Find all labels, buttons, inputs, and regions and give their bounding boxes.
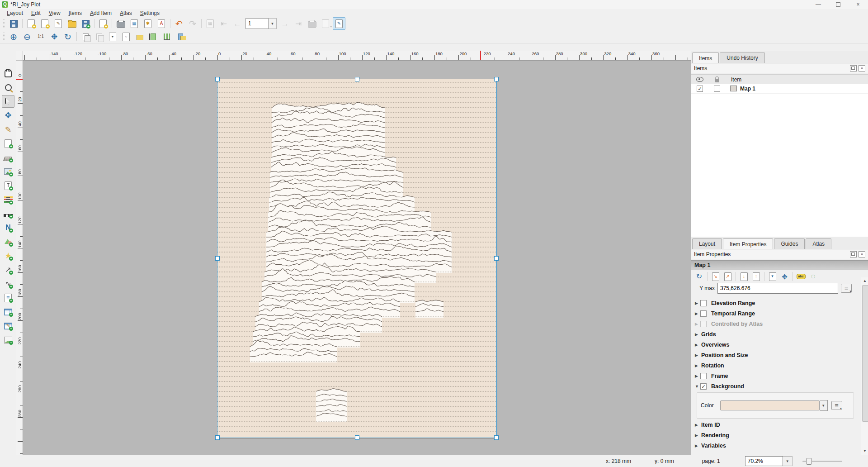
close-panel-icon[interactable]: ×: [859, 251, 865, 257]
print-layout[interactable]: [114, 17, 127, 30]
section-rendering[interactable]: ▶Rendering: [695, 431, 861, 440]
add-arrow[interactable]: ↗+: [2, 263, 14, 276]
menu-layout[interactable]: Layout: [3, 10, 27, 17]
section-checkbox-elevation-range[interactable]: [700, 300, 707, 306]
set-map-extent-to-canvas[interactable]: ↘: [710, 271, 721, 282]
expand-triangle-icon[interactable]: ▶: [695, 374, 700, 378]
add-legend[interactable]: +: [2, 193, 14, 206]
align-selected-items[interactable]: [147, 30, 160, 43]
selection-handle[interactable]: [494, 256, 499, 261]
distribute-items[interactable]: [160, 30, 173, 43]
add-html[interactable]: ≣+: [2, 291, 14, 304]
atlas-page-dropdown-icon[interactable]: ▼: [269, 18, 277, 29]
menu-items[interactable]: Items: [65, 10, 86, 17]
unlock-all-items[interactable]: ○: [120, 30, 132, 43]
first-feature[interactable]: ⇤: [217, 17, 230, 30]
expand-triangle-icon[interactable]: ▶: [695, 301, 700, 305]
close-panel-icon[interactable]: ×: [859, 65, 865, 71]
map1-lock-checkbox[interactable]: [714, 86, 720, 92]
atlas-settings[interactable]: ✎: [333, 17, 345, 30]
tab-layout[interactable]: Layout: [692, 238, 722, 249]
section-frame[interactable]: ▶Frame: [695, 372, 861, 381]
expand-triangle-icon[interactable]: ▶: [695, 363, 700, 368]
background-color-swatch[interactable]: [720, 400, 820, 410]
zoom-dropdown-icon[interactable]: ▼: [783, 456, 793, 466]
zoom-tool[interactable]: [2, 81, 14, 94]
maximize-button[interactable]: [828, 0, 848, 9]
pan-layout[interactable]: [2, 67, 14, 80]
atlas-page-combo[interactable]: ▼: [245, 18, 277, 29]
save-project[interactable]: [7, 17, 20, 30]
selection-handle[interactable]: [494, 77, 499, 81]
section-variables[interactable]: ▶Variables: [695, 441, 861, 450]
data-defined-override-button[interactable]: ≣: [831, 401, 842, 410]
minimize-button[interactable]: —: [808, 0, 828, 9]
refresh-view[interactable]: ↻: [61, 30, 74, 43]
selection-handle[interactable]: [355, 77, 359, 81]
item-row-map1[interactable]: ✓ Map 1: [691, 84, 868, 94]
menu-edit[interactable]: Edit: [27, 10, 45, 17]
y-max-input[interactable]: [717, 283, 838, 294]
scrollbar-thumb[interactable]: [862, 285, 868, 422]
properties-scrollbar[interactable]: ▲ ▼: [861, 277, 868, 455]
menu-settings[interactable]: Settings: [136, 10, 164, 17]
add-picture[interactable]: +: [2, 165, 14, 178]
section-grids[interactable]: ▶Grids: [695, 330, 861, 339]
export-as-image[interactable]: ▦: [128, 17, 141, 30]
zoom-slider-thumb[interactable]: [806, 458, 812, 465]
lock-selected-items[interactable]: ●: [106, 30, 119, 43]
section-elevation-range[interactable]: ▶Elevation Range: [695, 299, 861, 308]
raise-selected-items[interactable]: [133, 30, 146, 43]
section-item-id[interactable]: ▶Item ID: [695, 420, 861, 429]
edit-nodes-item[interactable]: ✎: [2, 123, 14, 136]
export-as-pdf[interactable]: A: [155, 17, 168, 30]
add-attribute-table[interactable]: +: [2, 305, 14, 318]
selection-handle[interactable]: [494, 435, 499, 440]
set-map-scale-to-canvas[interactable]: ↓: [738, 271, 750, 282]
close-button[interactable]: ×: [848, 0, 868, 9]
scroll-up-icon[interactable]: ▲: [861, 277, 868, 285]
zoom-out[interactable]: ⊖: [21, 30, 33, 43]
section-temporal-range[interactable]: ▶Temporal Range: [695, 309, 861, 318]
menu-atlas[interactable]: Atlas: [116, 10, 136, 17]
expand-triangle-icon[interactable]: ▶: [695, 311, 700, 316]
previous-feature[interactable]: ←: [231, 17, 244, 30]
map1-visibility-checkbox[interactable]: ✓: [697, 86, 703, 92]
section-position-and-size[interactable]: ▶Position and Size: [695, 351, 861, 360]
save-as-template[interactable]: +: [79, 17, 92, 30]
new-layout[interactable]: +: [25, 17, 38, 30]
add-items-from-template[interactable]: [66, 17, 78, 30]
expand-triangle-icon[interactable]: ▶: [695, 443, 700, 448]
tab-item-properties[interactable]: Item Properties: [723, 238, 773, 249]
menu-add-item[interactable]: Add Item: [86, 10, 116, 17]
group-items[interactable]: [79, 30, 92, 43]
tab-atlas[interactable]: Atlas: [806, 238, 831, 249]
section-overviews[interactable]: ▶Overviews: [695, 340, 861, 349]
view-extent-in-canvas[interactable]: ↗: [722, 271, 733, 282]
next-feature[interactable]: →: [278, 17, 291, 30]
labeling-settings[interactable]: abc: [795, 271, 807, 282]
section-background[interactable]: ▼✓Background: [695, 382, 861, 391]
section-checkbox-temporal-range[interactable]: [700, 310, 707, 317]
section-checkbox-frame[interactable]: [700, 373, 707, 379]
move-map-content[interactable]: ✥: [779, 271, 790, 282]
undo[interactable]: ↶: [173, 17, 185, 30]
add-3d-map[interactable]: +: [2, 151, 14, 164]
atlas-page-input[interactable]: [245, 18, 269, 29]
resize-items[interactable]: [174, 30, 187, 43]
map-item-page[interactable]: [217, 79, 496, 438]
selection-handle[interactable]: [215, 256, 220, 261]
export-atlas[interactable]: ▾: [319, 17, 332, 30]
last-feature[interactable]: ⇥: [292, 17, 305, 30]
color-dropdown-icon[interactable]: ▼: [820, 400, 828, 411]
menu-view[interactable]: View: [45, 10, 65, 17]
add-marker[interactable]: ★+: [2, 249, 14, 262]
expand-triangle-icon[interactable]: ▶: [695, 433, 700, 438]
collapse-triangle-icon[interactable]: ▼: [695, 384, 700, 389]
add-page[interactable]: +: [2, 137, 14, 150]
move-item-content[interactable]: ✥: [2, 109, 14, 122]
expand-triangle-icon[interactable]: ▶: [695, 343, 700, 347]
selection-handle[interactable]: [215, 435, 220, 440]
zoom-slider[interactable]: [802, 457, 842, 466]
expand-triangle-icon[interactable]: ▶: [695, 423, 700, 427]
